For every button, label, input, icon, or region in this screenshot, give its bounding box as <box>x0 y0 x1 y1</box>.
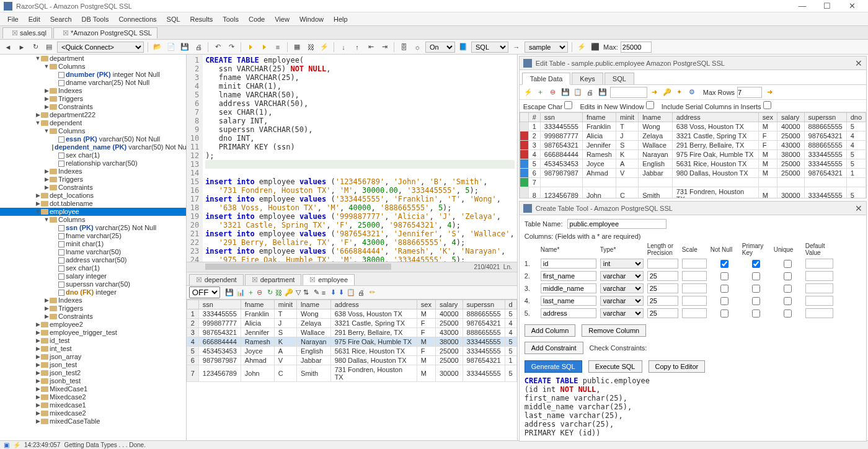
grid-cell[interactable]: 8 <box>528 187 540 198</box>
col-notnull-checkbox[interactable] <box>720 297 728 305</box>
tree-toggle-icon[interactable]: ▶ <box>35 353 41 361</box>
grid-cell[interactable]: 453453453 <box>540 159 582 169</box>
grid-cell[interactable]: Jennifer <box>241 328 274 337</box>
grid-cell[interactable]: 123456789 <box>540 187 582 198</box>
grid-cell[interactable] <box>639 178 673 187</box>
grid-cell[interactable]: A <box>616 159 638 169</box>
grid-cell[interactable]: 666884444 <box>540 150 582 159</box>
row-header[interactable] <box>520 159 528 169</box>
col-type-select[interactable]: varchar <box>600 296 644 306</box>
grid-cell[interactable]: 888665555 <box>804 141 846 150</box>
grid-cell[interactable]: Ramesh <box>582 150 616 159</box>
grid-cell[interactable]: 4 <box>528 150 540 159</box>
tree-row[interactable]: sex char(1) <box>0 264 186 272</box>
tree-toggle-icon[interactable]: ▶ <box>35 377 41 385</box>
grid-cell[interactable]: Smith <box>639 187 673 198</box>
tree-toggle-icon[interactable]: ▶ <box>43 176 50 184</box>
row-header[interactable] <box>520 131 528 141</box>
col-unique-checkbox[interactable] <box>784 272 792 280</box>
grid-cell[interactable]: 4 <box>846 141 866 150</box>
tree-row[interactable]: ▶json_test <box>0 361 186 369</box>
grid-cell[interactable]: M <box>758 122 777 131</box>
row-number[interactable]: 5 <box>187 347 198 356</box>
tree-toggle-icon[interactable]: ▼ <box>43 63 50 71</box>
edit-tab-keys[interactable]: Keys <box>572 73 603 84</box>
col-length-input[interactable] <box>647 259 678 269</box>
grid-cell[interactable]: 638 Voss, Houston TX <box>672 122 758 131</box>
tree-toggle-icon[interactable]: ▶ <box>35 393 41 401</box>
tree-row[interactable]: ▼employee <box>0 208 186 216</box>
column-header[interactable]: address <box>330 300 417 309</box>
grid-cell[interactable]: 888665555 <box>804 122 846 131</box>
disk-icon[interactable]: 💾 <box>598 87 608 97</box>
grid-cell[interactable]: K <box>274 337 296 347</box>
grid-cell[interactable]: Ramesh <box>241 337 274 347</box>
grid-cell[interactable]: 5 <box>505 337 516 347</box>
column-header[interactable]: sex <box>758 113 777 122</box>
tree-toggle-icon[interactable]: ▶ <box>43 167 50 176</box>
grid-cell[interactable]: T <box>274 309 296 319</box>
apply-icon[interactable]: ➜ <box>764 87 774 97</box>
grid-cell[interactable]: 291 Berry, Bellaire, TX <box>672 141 758 150</box>
close-button[interactable]: ✕ <box>839 1 864 11</box>
col-scale-input[interactable] <box>682 308 707 318</box>
col-pk-checkbox[interactable] <box>752 272 760 280</box>
tree-row[interactable]: sex char(1) <box>0 151 186 159</box>
row-number[interactable]: 4 <box>187 337 198 347</box>
column-header[interactable]: d <box>505 300 516 309</box>
expand-icon[interactable]: ▤ <box>43 42 55 53</box>
wand-icon[interactable]: ✦ <box>675 87 684 97</box>
tree-row[interactable]: address varchar(50) <box>0 256 186 264</box>
tree-toggle-icon[interactable]: ▶ <box>43 87 50 95</box>
tree-toggle-icon[interactable]: ▶ <box>35 409 41 417</box>
column-header[interactable]: lname <box>297 300 331 309</box>
tree-row[interactable]: superssn varchar(50) <box>0 280 186 288</box>
grid-cell[interactable]: 333445555 <box>463 337 505 347</box>
tree-toggle-icon[interactable]: ▶ <box>35 417 41 425</box>
grid-cell[interactable]: M <box>758 187 777 198</box>
grid-cell[interactable]: Ahmad <box>241 356 274 365</box>
grid-cell[interactable]: 333445555 <box>463 347 505 356</box>
col-name-input[interactable] <box>541 283 596 293</box>
tree-row[interactable]: ▶json_array <box>0 353 186 361</box>
sql-dropdown[interactable]: SQL <box>471 42 508 53</box>
grid-cell[interactable]: 731 Fondren, Houston TX <box>330 365 417 382</box>
grid-cell[interactable]: F <box>417 328 435 337</box>
grid-cell[interactable]: 4 <box>505 328 516 337</box>
grid-cell[interactable]: 999887777 <box>540 131 582 141</box>
tree-row[interactable]: ▶dept_locations <box>0 192 186 200</box>
grid-cell[interactable]: 666884444 <box>198 337 241 347</box>
tree-row[interactable]: ▶json_test2 <box>0 369 186 377</box>
last-icon[interactable]: ⇥ <box>379 42 390 53</box>
bolt-icon[interactable]: ⚡ <box>576 42 587 53</box>
row-header[interactable] <box>520 122 528 131</box>
tree-toggle-icon[interactable]: ▶ <box>43 95 50 103</box>
chart-icon[interactable]: 📊 <box>236 288 245 296</box>
grid-cell[interactable]: 1 <box>846 169 866 178</box>
grid-cell[interactable]: 333445555 <box>463 365 505 382</box>
export2-icon[interactable]: ⬇ <box>339 288 344 296</box>
stop-icon[interactable]: ⬛ <box>590 42 601 53</box>
edit-tab-table-data[interactable]: Table Data <box>522 73 571 85</box>
horiz-scrollbar[interactable] <box>205 264 391 270</box>
grid-cell[interactable]: 975 Fire Oak, Humble TX <box>672 150 758 159</box>
save2-icon[interactable]: 💾 <box>560 87 570 97</box>
column-header[interactable]: salary <box>777 113 804 122</box>
grid-cell[interactable]: M <box>417 365 435 382</box>
find-input[interactable] <box>610 87 647 98</box>
tree-toggle-icon[interactable]: ▶ <box>43 184 50 192</box>
tree-row[interactable]: ▶Indexes <box>0 167 186 176</box>
close-tab-icon[interactable]: ☒ <box>12 29 18 37</box>
run-all-icon[interactable] <box>259 42 270 53</box>
grid-cell[interactable]: 5 <box>846 159 866 169</box>
tree-row[interactable]: essn (PK) varchar(50) Not Null <box>0 135 186 143</box>
grid-cell[interactable]: C <box>274 365 296 382</box>
grid-cell[interactable]: Jennifer <box>582 141 616 150</box>
edit-icon[interactable]: ✎ <box>314 288 319 296</box>
grid-cell[interactable]: C <box>616 187 638 198</box>
grid-cell[interactable]: 333445555 <box>804 159 846 169</box>
tree-row[interactable]: ▶Constraints <box>0 184 186 192</box>
serial-checkbox[interactable] <box>763 101 771 109</box>
generate-sql-button[interactable]: Generate SQL <box>525 360 582 373</box>
grid-cell[interactable] <box>616 178 638 187</box>
